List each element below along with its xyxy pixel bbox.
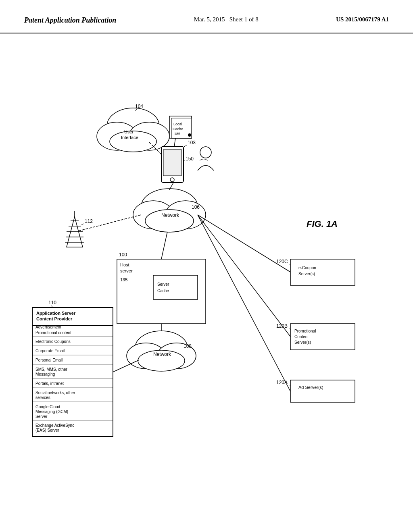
svg-text:Cache: Cache — [157, 289, 169, 293]
svg-text:Advertisement: Advertisement — [35, 325, 61, 329]
svg-text:Google Cloud: Google Cloud — [35, 405, 60, 409]
svg-text:110: 110 — [48, 300, 56, 305]
svg-text:Messaging: Messaging — [35, 372, 55, 376]
svg-text:120B: 120B — [276, 323, 288, 329]
svg-text:Host: Host — [120, 262, 129, 267]
svg-text:server: server — [120, 268, 133, 273]
svg-text:135: 135 — [120, 277, 127, 282]
svg-line-67 — [184, 145, 187, 147]
svg-line-104 — [198, 215, 290, 391]
svg-text:e-Coupon: e-Coupon — [298, 266, 316, 270]
svg-rect-87 — [290, 380, 355, 402]
svg-point-62 — [188, 133, 191, 137]
svg-text:112: 112 — [85, 218, 93, 224]
svg-text:services: services — [35, 395, 50, 400]
svg-rect-34 — [153, 275, 198, 299]
svg-text:Exchange ActiveSync: Exchange ActiveSync — [35, 423, 74, 428]
publication-number: US 2015/0067179 A1 — [336, 16, 389, 23]
svg-text:User: User — [124, 129, 134, 134]
svg-text:Server: Server — [35, 414, 48, 419]
svg-text:100: 100 — [119, 252, 127, 258]
svg-text:104: 104 — [135, 104, 143, 109]
publication-date-sheet: Mar. 5, 2015 Sheet 1 of 8 — [194, 16, 259, 23]
svg-text:Electronic Coupons: Electronic Coupons — [35, 339, 71, 344]
patent-diagram: Application Server Content Provider Adve… — [0, 33, 413, 517]
svg-line-84 — [174, 138, 175, 146]
svg-text:Promotional content: Promotional content — [35, 330, 71, 335]
svg-text:Server(s): Server(s) — [298, 272, 315, 276]
svg-text:FIG. 1A: FIG. 1A — [307, 219, 338, 229]
svg-text:SMS, MMS, other: SMS, MMS, other — [35, 367, 68, 372]
svg-text:Server(s): Server(s) — [294, 340, 311, 345]
svg-text:185: 185 — [174, 132, 180, 136]
page-header: Patent Application Publication Mar. 5, 2… — [0, 0, 413, 33]
svg-text:Cache: Cache — [173, 127, 183, 131]
svg-text:103: 103 — [188, 140, 196, 145]
svg-text:Content: Content — [294, 335, 309, 339]
svg-text:Promotional: Promotional — [294, 329, 316, 333]
svg-line-102 — [198, 215, 290, 272]
svg-text:106: 106 — [192, 204, 200, 210]
svg-text:120C: 120C — [276, 259, 288, 264]
svg-text:(EAS) Server: (EAS) Server — [35, 428, 60, 432]
page: Patent Application Publication Mar. 5, 2… — [0, 0, 413, 532]
svg-text:Application Server: Application Server — [36, 311, 76, 316]
svg-text:Interface: Interface — [121, 135, 138, 140]
svg-text:150: 150 — [186, 156, 194, 162]
svg-line-82 — [161, 232, 167, 259]
svg-text:Corporate Email: Corporate Email — [35, 349, 65, 353]
svg-text:108: 108 — [184, 343, 192, 349]
svg-text:Network: Network — [153, 351, 171, 357]
svg-line-79 — [81, 224, 84, 225]
svg-text:Local: Local — [173, 122, 182, 126]
svg-text:Social networks, other: Social networks, other — [35, 391, 75, 395]
svg-text:Portals, intranet: Portals, intranet — [35, 381, 64, 386]
publication-type: Patent Application Publication — [24, 16, 116, 25]
svg-text:Network: Network — [161, 212, 179, 218]
svg-text:Personal Email: Personal Email — [35, 358, 63, 362]
svg-line-103 — [198, 215, 290, 337]
svg-point-70 — [200, 147, 211, 158]
diagram-area: Application Server Content Provider Adve… — [0, 33, 413, 517]
svg-text:Server: Server — [157, 282, 169, 287]
svg-text:Content Provider: Content Provider — [36, 316, 73, 321]
svg-text:Ad Server(s): Ad Server(s) — [298, 385, 323, 390]
svg-text:Messaging (GCM): Messaging (GCM) — [35, 409, 68, 414]
svg-rect-64 — [163, 150, 181, 176]
